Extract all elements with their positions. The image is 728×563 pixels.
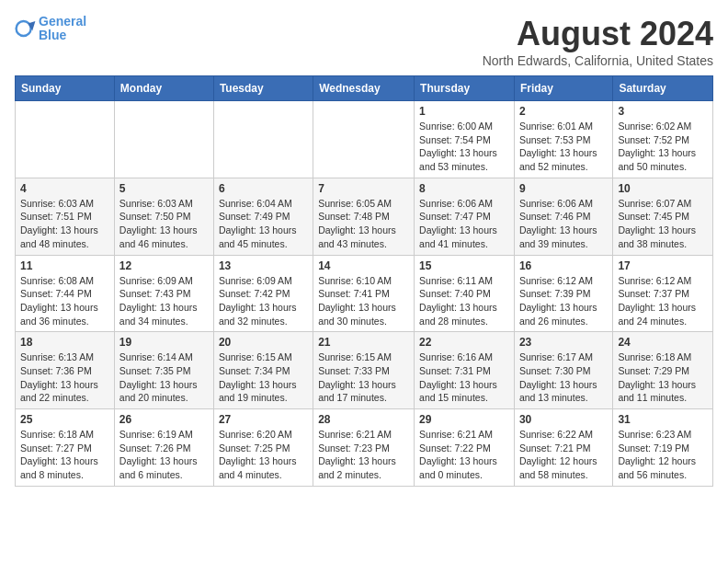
day-info: Sunrise: 6:11 AM Sunset: 7:40 PM Dayligh… bbox=[419, 274, 509, 328]
calendar-cell: 2Sunrise: 6:01 AM Sunset: 7:53 PM Daylig… bbox=[514, 101, 612, 178]
day-info: Sunrise: 6:05 AM Sunset: 7:48 PM Dayligh… bbox=[318, 197, 409, 251]
logo: General Blue bbox=[15, 15, 86, 43]
location: North Edwards, California, United States bbox=[483, 53, 713, 68]
calendar-cell: 26Sunrise: 6:19 AM Sunset: 7:26 PM Dayli… bbox=[114, 409, 213, 487]
day-info: Sunrise: 6:07 AM Sunset: 7:45 PM Dayligh… bbox=[618, 197, 708, 251]
day-number: 4 bbox=[20, 182, 109, 195]
calendar-header-thursday: Thursday bbox=[415, 76, 515, 101]
calendar-cell: 12Sunrise: 6:09 AM Sunset: 7:43 PM Dayli… bbox=[114, 255, 213, 332]
day-info: Sunrise: 6:06 AM Sunset: 7:46 PM Dayligh… bbox=[519, 197, 608, 251]
day-info: Sunrise: 6:22 AM Sunset: 7:21 PM Dayligh… bbox=[519, 428, 608, 482]
calendar-cell bbox=[213, 101, 313, 178]
day-number: 5 bbox=[119, 182, 209, 195]
day-info: Sunrise: 6:12 AM Sunset: 7:39 PM Dayligh… bbox=[519, 274, 608, 328]
calendar-header-row: SundayMondayTuesdayWednesdayThursdayFrid… bbox=[16, 76, 713, 101]
calendar-header-sunday: Sunday bbox=[16, 76, 115, 101]
day-number: 11 bbox=[20, 259, 109, 272]
day-info: Sunrise: 6:02 AM Sunset: 7:52 PM Dayligh… bbox=[618, 120, 708, 174]
calendar-cell: 5Sunrise: 6:03 AM Sunset: 7:50 PM Daylig… bbox=[114, 178, 213, 255]
calendar-header-saturday: Saturday bbox=[613, 76, 713, 101]
calendar-cell: 16Sunrise: 6:12 AM Sunset: 7:39 PM Dayli… bbox=[514, 255, 612, 332]
calendar-week-row: 4Sunrise: 6:03 AM Sunset: 7:51 PM Daylig… bbox=[16, 178, 713, 255]
day-info: Sunrise: 6:08 AM Sunset: 7:44 PM Dayligh… bbox=[20, 274, 109, 328]
calendar-header-wednesday: Wednesday bbox=[313, 76, 415, 101]
day-info: Sunrise: 6:19 AM Sunset: 7:26 PM Dayligh… bbox=[119, 428, 209, 482]
day-number: 3 bbox=[618, 105, 708, 118]
day-info: Sunrise: 6:03 AM Sunset: 7:50 PM Dayligh… bbox=[119, 197, 209, 251]
day-number: 9 bbox=[519, 182, 608, 195]
day-info: Sunrise: 6:21 AM Sunset: 7:23 PM Dayligh… bbox=[318, 428, 409, 482]
calendar-cell: 14Sunrise: 6:10 AM Sunset: 7:41 PM Dayli… bbox=[313, 255, 415, 332]
calendar-cell: 31Sunrise: 6:23 AM Sunset: 7:19 PM Dayli… bbox=[613, 409, 713, 487]
calendar-cell: 28Sunrise: 6:21 AM Sunset: 7:23 PM Dayli… bbox=[313, 409, 415, 487]
day-number: 17 bbox=[618, 259, 708, 272]
day-number: 18 bbox=[20, 336, 109, 349]
day-info: Sunrise: 6:03 AM Sunset: 7:51 PM Dayligh… bbox=[20, 197, 109, 251]
calendar-cell: 25Sunrise: 6:18 AM Sunset: 7:27 PM Dayli… bbox=[16, 409, 115, 487]
day-info: Sunrise: 6:16 AM Sunset: 7:31 PM Dayligh… bbox=[419, 350, 509, 405]
calendar-cell: 27Sunrise: 6:20 AM Sunset: 7:25 PM Dayli… bbox=[213, 409, 313, 487]
calendar-cell: 6Sunrise: 6:04 AM Sunset: 7:49 PM Daylig… bbox=[213, 178, 313, 255]
day-number: 21 bbox=[318, 336, 409, 349]
day-number: 20 bbox=[219, 336, 308, 349]
calendar-cell: 1Sunrise: 6:00 AM Sunset: 7:54 PM Daylig… bbox=[415, 101, 515, 178]
day-number: 23 bbox=[519, 336, 608, 349]
calendar-table: SundayMondayTuesdayWednesdayThursdayFrid… bbox=[15, 75, 713, 487]
day-number: 28 bbox=[318, 413, 409, 426]
day-number: 16 bbox=[519, 259, 608, 272]
calendar-week-row: 18Sunrise: 6:13 AM Sunset: 7:36 PM Dayli… bbox=[16, 332, 713, 409]
calendar-cell: 9Sunrise: 6:06 AM Sunset: 7:46 PM Daylig… bbox=[514, 178, 612, 255]
day-number: 15 bbox=[419, 259, 509, 272]
page-header: General Blue August 2024 North Edwards, … bbox=[15, 15, 713, 68]
day-number: 1 bbox=[419, 105, 509, 118]
calendar-week-row: 1Sunrise: 6:00 AM Sunset: 7:54 PM Daylig… bbox=[16, 101, 713, 178]
day-info: Sunrise: 6:10 AM Sunset: 7:41 PM Dayligh… bbox=[318, 274, 409, 328]
logo-text2: Blue bbox=[39, 29, 86, 42]
calendar-cell: 29Sunrise: 6:21 AM Sunset: 7:22 PM Dayli… bbox=[415, 409, 515, 487]
day-info: Sunrise: 6:20 AM Sunset: 7:25 PM Dayligh… bbox=[219, 428, 308, 482]
day-number: 19 bbox=[119, 336, 209, 349]
day-number: 30 bbox=[519, 413, 608, 426]
logo-text: General bbox=[39, 15, 86, 29]
calendar-cell: 22Sunrise: 6:16 AM Sunset: 7:31 PM Dayli… bbox=[415, 332, 515, 409]
day-info: Sunrise: 6:13 AM Sunset: 7:36 PM Dayligh… bbox=[20, 350, 109, 405]
day-info: Sunrise: 6:00 AM Sunset: 7:54 PM Dayligh… bbox=[419, 120, 509, 174]
day-info: Sunrise: 6:06 AM Sunset: 7:47 PM Dayligh… bbox=[419, 197, 509, 251]
day-info: Sunrise: 6:21 AM Sunset: 7:22 PM Dayligh… bbox=[419, 428, 509, 482]
day-info: Sunrise: 6:18 AM Sunset: 7:27 PM Dayligh… bbox=[20, 428, 109, 482]
day-number: 6 bbox=[219, 182, 308, 195]
day-number: 22 bbox=[419, 336, 509, 349]
day-info: Sunrise: 6:01 AM Sunset: 7:53 PM Dayligh… bbox=[519, 120, 608, 174]
calendar-cell: 4Sunrise: 6:03 AM Sunset: 7:51 PM Daylig… bbox=[16, 178, 115, 255]
day-number: 2 bbox=[519, 105, 608, 118]
day-number: 27 bbox=[219, 413, 308, 426]
day-info: Sunrise: 6:18 AM Sunset: 7:29 PM Dayligh… bbox=[618, 350, 708, 405]
calendar-header-tuesday: Tuesday bbox=[213, 76, 313, 101]
day-info: Sunrise: 6:14 AM Sunset: 7:35 PM Dayligh… bbox=[119, 350, 209, 405]
day-number: 8 bbox=[419, 182, 509, 195]
calendar-cell: 21Sunrise: 6:15 AM Sunset: 7:33 PM Dayli… bbox=[313, 332, 415, 409]
calendar-cell: 17Sunrise: 6:12 AM Sunset: 7:37 PM Dayli… bbox=[613, 255, 713, 332]
calendar-cell: 19Sunrise: 6:14 AM Sunset: 7:35 PM Dayli… bbox=[114, 332, 213, 409]
day-info: Sunrise: 6:17 AM Sunset: 7:30 PM Dayligh… bbox=[519, 350, 608, 405]
calendar-week-row: 11Sunrise: 6:08 AM Sunset: 7:44 PM Dayli… bbox=[16, 255, 713, 332]
title-area: August 2024 North Edwards, California, U… bbox=[483, 15, 713, 68]
day-info: Sunrise: 6:15 AM Sunset: 7:34 PM Dayligh… bbox=[219, 350, 308, 405]
calendar-cell bbox=[114, 101, 213, 178]
logo-icon bbox=[15, 17, 37, 40]
calendar-header-friday: Friday bbox=[514, 76, 612, 101]
day-info: Sunrise: 6:09 AM Sunset: 7:43 PM Dayligh… bbox=[119, 274, 209, 328]
calendar-cell: 18Sunrise: 6:13 AM Sunset: 7:36 PM Dayli… bbox=[16, 332, 115, 409]
day-info: Sunrise: 6:12 AM Sunset: 7:37 PM Dayligh… bbox=[618, 274, 708, 328]
day-number: 31 bbox=[618, 413, 708, 426]
calendar-cell: 15Sunrise: 6:11 AM Sunset: 7:40 PM Dayli… bbox=[415, 255, 515, 332]
month-year: August 2024 bbox=[483, 15, 713, 53]
day-info: Sunrise: 6:15 AM Sunset: 7:33 PM Dayligh… bbox=[318, 350, 409, 405]
calendar-cell: 30Sunrise: 6:22 AM Sunset: 7:21 PM Dayli… bbox=[514, 409, 612, 487]
calendar-cell: 3Sunrise: 6:02 AM Sunset: 7:52 PM Daylig… bbox=[613, 101, 713, 178]
calendar-cell: 11Sunrise: 6:08 AM Sunset: 7:44 PM Dayli… bbox=[16, 255, 115, 332]
day-number: 10 bbox=[618, 182, 708, 195]
calendar-cell bbox=[313, 101, 415, 178]
calendar-cell: 10Sunrise: 6:07 AM Sunset: 7:45 PM Dayli… bbox=[613, 178, 713, 255]
day-number: 29 bbox=[419, 413, 509, 426]
